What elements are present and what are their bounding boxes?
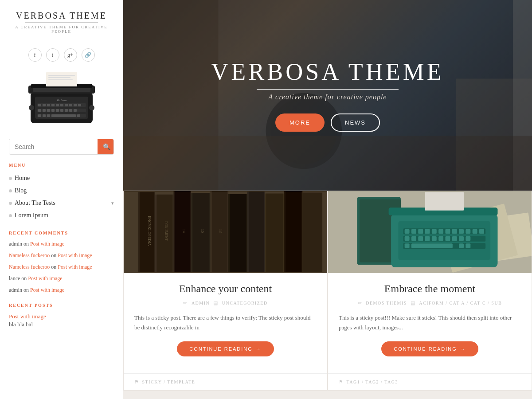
search-icon: 🔍 [103,143,110,150]
svg-rect-15 [38,109,41,112]
arrow-right-icon: → [460,346,466,352]
comment-author: admin on [9,241,30,247]
logo-area: VERBOSA THEME A CREATIVE THEME FOR CREAT… [9,11,114,41]
posts-grid: ENCYKLOPEDIA DOKUMENT 14 15 13 Enhance y… [123,191,532,391]
post-title-1: Enhance your content [134,283,317,295]
menu-item-label: About The Tests [15,200,55,207]
continue-reading-button-2[interactable]: CONTINUE READING → [381,341,478,356]
svg-rect-20 [60,109,63,112]
svg-rect-25 [43,114,46,117]
post-meta-1: ✏ ADMIN ▤ UNCATEGORIZED [134,300,317,306]
post-meta-2: ✏ DEMOS THEMIS ▤ ACIFORM / CAT A / CAT C… [339,300,521,306]
menu-item-blog[interactable]: Blog [9,184,114,197]
comment-item: admin on Post with image [9,240,114,248]
svg-rect-28 [77,114,80,117]
comment-author: admin on [9,287,30,293]
post-tags-2: TAG1 / TAG2 / TAG3 [347,379,398,384]
comments-list: admin on Post with image Nameless fucker… [9,240,114,294]
recent-posts-label: RECENT POSTS [9,303,114,308]
post-body-2: Embrace the moment ✏ DEMOS THEMIS ▤ ACIF… [328,273,532,373]
post-thumb-svg-1: ENCYKLOPEDIA DOKUMENT 14 15 13 [124,191,327,273]
twitter-icon[interactable]: t [46,48,59,62]
comment-post-link[interactable]: Post with image [28,275,62,282]
menu-dot [9,214,12,217]
post-card-2: Embrace the moment ✏ DEMOS THEMIS ▤ ACIF… [328,191,532,391]
svg-rect-70 [124,191,327,273]
hero-section: VERBOSA THEME A creative theme for creat… [123,0,532,191]
svg-rect-6 [43,104,46,106]
continue-reading-label-1: CONTINUE READING [189,346,253,352]
svg-rect-34 [48,77,70,78]
facebook-icon[interactable]: f [28,48,42,62]
recent-comments-label: RECENT COMMENTS [9,231,114,235]
link-icon[interactable]: 🔗 [82,48,95,62]
menu-item-about[interactable]: About The Tests ▾ [9,197,114,209]
svg-rect-27 [51,114,76,117]
comment-item: Nameless fuckeroo on Post with image [9,263,114,271]
menu-label: MENU [9,163,114,168]
post-author-1: ADMIN [192,301,210,305]
tag-icon: ⚑ [339,379,344,385]
recent-post-link[interactable]: bla bla bal [9,321,33,328]
nav-menu: Home Blog About The Tests ▾ Lorem Ipsum [9,172,114,222]
svg-rect-13 [74,104,77,106]
svg-rect-22 [69,109,72,112]
menu-dot [9,189,12,192]
svg-rect-26 [47,114,50,117]
arrow-right-icon: → [256,346,262,352]
comment-author-link[interactable]: Nameless fuckeroo [9,264,50,270]
googleplus-icon[interactable]: g+ [64,48,77,62]
comment-author-link[interactable]: Nameless fuckeroo [9,252,50,258]
svg-rect-7 [47,104,50,106]
post-excerpt-2: This is a sticky post!!! Make sure it st… [339,313,521,332]
comment-post-link[interactable]: Post with image [30,287,64,293]
category-icon: ▤ [411,300,416,306]
continue-reading-label-2: CONTINUE READING [394,346,457,352]
svg-rect-16 [43,109,46,112]
comment-post-link[interactable]: Post with image [58,252,92,258]
comment-on: on [50,264,58,270]
search-button[interactable]: 🔍 [98,139,114,154]
svg-point-37 [29,105,34,110]
news-button[interactable]: NEWS [331,113,380,132]
post-category-2: ACIFORM / CAT A / CAT C / SUB [419,301,502,305]
svg-rect-109 [328,191,532,273]
post-category-1: UNCATEGORIZED [222,301,268,305]
svg-rect-23 [74,109,77,112]
chevron-down-icon: ▾ [111,200,114,206]
hero-title-divider [257,89,399,90]
menu-item-label: Blog [15,187,27,194]
svg-rect-9 [56,104,59,106]
svg-rect-19 [56,109,59,112]
search-input[interactable] [9,139,98,154]
menu-item-label: Home [15,175,30,182]
recent-posts-list: Post with image bla bla bal [9,312,114,328]
post-title-2: Embrace the moment [339,283,521,295]
comment-item: admin on Post with image [9,286,114,294]
comment-author: lance on [9,275,28,282]
post-footer-1: ⚑ STICKY / TEMPLATE [124,373,327,390]
recent-post-link[interactable]: Post with image [9,313,46,320]
comment-item: Nameless fuckeroo on Post with image [9,251,114,259]
site-tagline: A CREATIVE THEME FOR CREATIVE PEOPLE [9,25,114,34]
svg-rect-33 [48,75,75,76]
tag-icon: ⚑ [134,379,140,385]
main-content: VERBOSA THEME A creative theme for creat… [123,0,532,399]
more-button[interactable]: MORE [275,113,325,132]
comment-post-link[interactable]: Post with image [30,241,64,247]
hero-subtitle: A creative theme for creative people [211,93,444,101]
svg-rect-5 [38,104,41,106]
sidebar: VERBOSA THEME A CREATIVE THEME FOR CREAT… [0,0,123,399]
svg-rect-10 [60,104,63,106]
logo-divider [25,23,98,23]
post-tags-1: STICKY / TEMPLATE [142,379,196,384]
continue-reading-button-1[interactable]: CONTINUE READING → [177,341,274,356]
svg-point-38 [89,105,94,110]
site-title: VERBOSA THEME [9,11,114,21]
svg-rect-18 [51,109,55,112]
comment-post-link[interactable]: Post with image [58,264,92,270]
author-icon: ✏ [358,300,363,306]
menu-item-home[interactable]: Home [9,172,114,184]
menu-item-lorem[interactable]: Lorem Ipsum [9,209,114,222]
post-thumbnail-1: ENCYKLOPEDIA DOKUMENT 14 15 13 [124,191,327,273]
